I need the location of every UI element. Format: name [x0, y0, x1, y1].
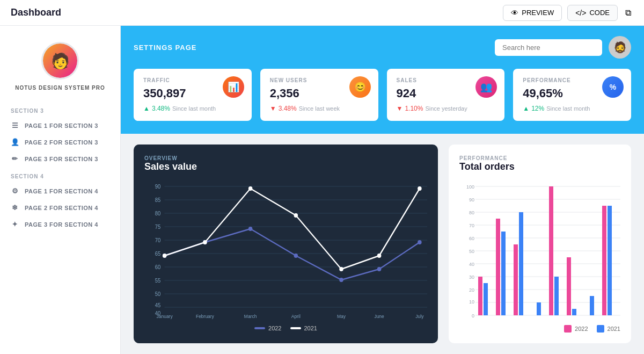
bar-chart-title: Total orders	[459, 161, 620, 172]
stat-change-newusers: ▼ 3.48% Since last week	[270, 105, 369, 112]
topbar: Dashboard 👁 PREVIEW </> CODE ⧉	[0, 0, 644, 26]
preview-button[interactable]: 👁 PREVIEW	[503, 5, 562, 21]
svg-text:50: 50	[469, 249, 474, 254]
svg-text:May: May	[337, 314, 346, 319]
svg-point-40	[377, 254, 382, 258]
stat-card-sales: SALES 924 ▼ 1.10% Since yesterday 👥	[387, 69, 505, 121]
svg-text:90: 90	[469, 197, 474, 203]
stats-section: TRAFFIC 350,897 ▲ 3.48% Since last month…	[121, 69, 644, 134]
svg-rect-64	[478, 277, 482, 315]
legend-2022: 2022	[254, 325, 281, 331]
stat-icon-performance: %	[602, 76, 624, 98]
svg-rect-77	[590, 296, 594, 315]
svg-text:55: 55	[155, 278, 160, 284]
svg-rect-71	[537, 302, 541, 315]
svg-point-34	[418, 240, 422, 244]
sidebar-item-s3-p1[interactable]: ☰ PAGE 1 FOR SECTION 3	[0, 117, 120, 134]
svg-text:30: 30	[469, 274, 474, 280]
svg-rect-72	[549, 186, 553, 315]
sidebar-item-s3-p3[interactable]: ✏ PAGE 3 FOR SECTION 3	[0, 150, 120, 167]
svg-rect-75	[572, 309, 576, 315]
sidebar: 🧑 NOTUS DESIGN SYSTEM PRO SECTION 3 ☰ PA…	[0, 26, 121, 354]
svg-point-30	[248, 227, 253, 231]
page-title: Dashboard	[11, 7, 61, 18]
stat-card-traffic: TRAFFIC 350,897 ▲ 3.48% Since last month…	[134, 69, 252, 121]
header-avatar: 🧔	[609, 36, 631, 59]
svg-text:60: 60	[469, 236, 474, 241]
svg-rect-79	[608, 206, 612, 315]
gear-icon: ⚙	[11, 187, 19, 195]
eye-icon: 👁	[511, 9, 518, 17]
search-input[interactable]	[495, 39, 602, 56]
sidebar-brand: NOTUS DESIGN SYSTEM PRO	[11, 85, 109, 91]
line-chart-area: 90 85 80 75 70 65 60 55 50 45 40 January…	[144, 181, 427, 321]
svg-point-38	[294, 213, 298, 218]
svg-text:July: July	[415, 314, 424, 319]
svg-text:70: 70	[469, 223, 474, 228]
svg-text:65: 65	[155, 251, 160, 257]
content-header: SETTINGS PAGE 🧔	[121, 26, 644, 69]
line-chart-title: Sales value	[144, 161, 427, 172]
svg-text:40: 40	[469, 262, 474, 267]
copy-button[interactable]: ⧉	[623, 6, 633, 20]
svg-rect-69	[519, 212, 523, 315]
sidebar-item-s4-p1[interactable]: ⚙ PAGE 1 FOR SECTION 4	[0, 183, 120, 199]
svg-text:45: 45	[155, 302, 160, 308]
stat-arrow-up: ▲	[143, 105, 150, 112]
user-icon: 👤	[11, 138, 19, 146]
svg-text:85: 85	[155, 197, 160, 203]
stat-arrow-down: ▼	[270, 105, 276, 112]
bar-chart-card: PERFORMANCE Total orders	[449, 145, 631, 343]
copy-icon: ⧉	[625, 8, 631, 17]
star-icon: ✦	[11, 220, 19, 228]
code-button[interactable]: </> CODE	[567, 5, 618, 21]
svg-rect-67	[501, 232, 506, 315]
svg-text:January: January	[157, 314, 173, 319]
svg-text:90: 90	[155, 184, 161, 190]
svg-rect-73	[554, 277, 559, 315]
stat-arrow-up-perf: ▲	[523, 105, 529, 112]
bar-chart-header: PERFORMANCE Total orders	[459, 155, 620, 172]
stats-grid: TRAFFIC 350,897 ▲ 3.48% Since last month…	[134, 69, 631, 121]
svg-text:10: 10	[469, 299, 474, 305]
svg-point-33	[377, 267, 382, 271]
settings-page-label: SETTINGS PAGE	[134, 44, 197, 52]
sidebar-item-s4-p2[interactable]: ❄ PAGE 2 FOR SECTION 4	[0, 199, 120, 216]
sidebar-logo: 🧑 NOTUS DESIGN SYSTEM PRO	[0, 37, 120, 102]
line-chart-header: OVERVIEW Sales value	[144, 155, 427, 172]
bar-chart-subtitle: PERFORMANCE	[459, 155, 620, 161]
svg-rect-65	[484, 283, 488, 315]
sidebar-avatar-wrapper: 🧑	[41, 42, 79, 80]
stat-icon-newusers: 😊	[349, 76, 371, 98]
stat-arrow-down-sales: ▼	[397, 105, 403, 112]
code-icon: </>	[575, 9, 586, 17]
layout: 🧑 NOTUS DESIGN SYSTEM PRO SECTION 3 ☰ PA…	[0, 26, 644, 354]
stat-change-sales: ▼ 1.10% Since yesterday	[397, 105, 495, 112]
svg-text:20: 20	[469, 287, 474, 293]
svg-text:March: March	[244, 314, 257, 319]
stat-card-newusers: NEW USERS 2,356 ▼ 3.48% Since last week …	[260, 69, 378, 121]
stat-change-performance: ▲ 12% Since last month	[523, 105, 621, 112]
legend-dot-2022	[254, 327, 265, 329]
svg-text:February: February	[196, 314, 214, 319]
sidebar-item-s4-p3[interactable]: ✦ PAGE 3 FOR SECTION 4	[0, 216, 120, 233]
svg-point-36	[203, 240, 207, 244]
header-right: 🧔	[495, 36, 631, 59]
svg-point-39	[339, 267, 343, 271]
list-icon: ☰	[11, 121, 19, 129]
svg-point-35	[163, 254, 167, 258]
svg-text:June: June	[374, 314, 384, 319]
svg-text:75: 75	[155, 224, 160, 230]
svg-text:100: 100	[466, 184, 474, 190]
sidebar-item-s3-p2[interactable]: 👤 PAGE 2 FOR SECTION 3	[0, 134, 120, 150]
svg-text:0: 0	[472, 313, 474, 319]
stat-change-traffic: ▲ 3.48% Since last month	[143, 105, 242, 112]
bar-chart-svg: 100 90 80 70 60 50 40 30 20 10 0	[459, 181, 620, 331]
svg-text:70: 70	[155, 237, 161, 243]
pencil-icon: ✏	[11, 155, 19, 163]
svg-rect-66	[496, 219, 500, 315]
svg-text:80: 80	[469, 210, 474, 215]
line-chart-svg: 90 85 80 75 70 65 60 55 50 45 40 January…	[144, 181, 427, 321]
stat-card-performance: PERFORMANCE 49,65% ▲ 12% Since last mont…	[513, 69, 631, 121]
legend-dot-2021	[290, 327, 301, 329]
